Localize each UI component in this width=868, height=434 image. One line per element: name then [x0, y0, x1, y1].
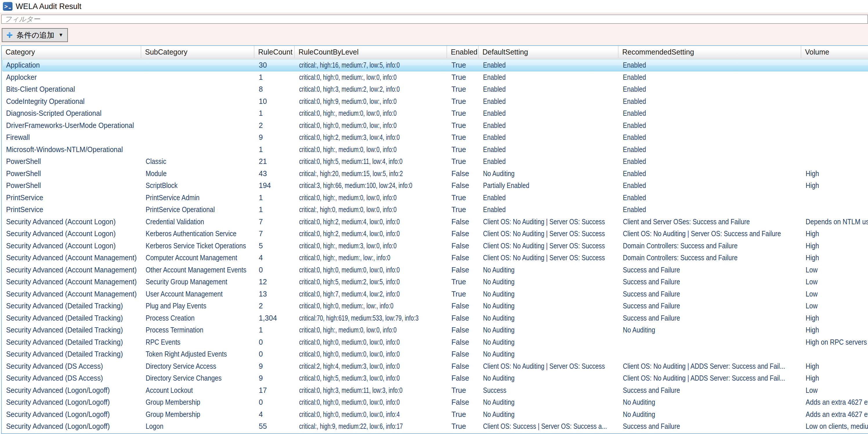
cell-enabled: True — [447, 131, 479, 144]
table-row[interactable]: PowerShellScriptBlock194critical:3, high… — [2, 180, 868, 192]
cell-subcategory: Security Group Management — [142, 276, 255, 288]
cell-rulecountbylevel: critical:0, high:3, medium:2, low:2, inf… — [295, 83, 447, 95]
table-row[interactable]: Security Advanced (Account Management)Ot… — [2, 264, 868, 276]
cell-rulecountbylevel: critical:0, high:2, medium:4, low:0, inf… — [295, 228, 447, 240]
table-row[interactable]: Diagnosis-Scripted Operational1critical:… — [2, 107, 868, 120]
cell-rulecount: 9 — [255, 131, 295, 144]
cell-enabled: True — [447, 155, 479, 168]
column-header-enabled[interactable]: Enabled — [447, 46, 479, 59]
cell-defaultsetting: No Auditing — [479, 336, 619, 348]
table-row[interactable]: Security Advanced (Account Logon)Kerbero… — [2, 228, 868, 240]
column-header-volume[interactable]: Volume — [801, 46, 868, 59]
cell-rulecountbylevel: critical:0, high:0, medium:0, low:0, inf… — [295, 348, 447, 360]
add-condition-button[interactable]: 条件の追加 ▼ — [2, 28, 68, 42]
cell-volume: Low — [802, 300, 868, 312]
cell-defaultsetting: No Auditing — [479, 408, 619, 421]
chevron-down-icon: ▼ — [59, 32, 64, 38]
cell-rulecountbylevel: critical:0, high:0, medium:0, low:, info… — [295, 120, 447, 132]
column-header-rulecountbylevel[interactable]: RuleCountByLevel — [295, 46, 447, 59]
cell-rulecount: 30 — [255, 59, 295, 71]
table-row[interactable]: Security Advanced (DS Access)Directory S… — [2, 360, 868, 372]
cell-subcategory: Process Termination — [142, 324, 255, 336]
column-header-defaultsetting[interactable]: DefaultSetting — [479, 46, 619, 59]
cell-category: PowerShell — [2, 155, 142, 168]
column-header-label: SubCategory — [145, 48, 187, 56]
plus-icon — [6, 31, 13, 39]
cell-volume: High — [802, 240, 868, 252]
column-header-subcategory[interactable]: SubCategory — [141, 46, 254, 59]
table-row[interactable]: Security Advanced (Logon/Logoff)Group Me… — [2, 396, 868, 408]
cell-subcategory: Classic — [142, 155, 255, 168]
cell-defaultsetting: No Auditing — [479, 168, 619, 180]
cell-rulecount: 1 — [255, 324, 295, 336]
cell-rulecount: 4 — [255, 408, 295, 421]
cell-category: Security Advanced (Detailed Tracking) — [2, 312, 142, 324]
cell-recommendedsetting: Enabled — [619, 59, 802, 71]
table-row[interactable]: Application30critical:, high:16, medium:… — [2, 59, 868, 71]
column-header-label: RuleCount — [258, 48, 292, 56]
table-row[interactable]: Security Advanced (Account Management)Us… — [2, 288, 868, 300]
table-row[interactable]: Security Advanced (Account Management)Se… — [2, 276, 868, 288]
cell-enabled: True — [447, 59, 479, 71]
table-row[interactable]: Security Advanced (Detailed Tracking)Plu… — [2, 300, 868, 312]
table-row[interactable]: Security Advanced (Account Logon)Credent… — [2, 216, 868, 228]
cell-recommendedsetting: Client OS: No Auditing | Server OS: Succ… — [619, 228, 802, 240]
cell-rulecountbylevel: critical:0, high:, medium:0, low:0, info… — [295, 144, 447, 156]
cell-volume — [802, 155, 868, 168]
cell-volume: Depends on NTLM us — [802, 216, 868, 228]
column-header-label: Volume — [805, 48, 829, 56]
cell-subcategory: Credential Validation — [142, 216, 255, 228]
table-row[interactable]: Security Advanced (Detailed Tracking)Tok… — [2, 348, 868, 360]
cell-category: Security Advanced (Detailed Tracking) — [2, 300, 142, 312]
table-row[interactable]: Security Advanced (Detailed Tracking)RPC… — [2, 336, 868, 348]
cell-rulecountbylevel: critical:, high:9, medium:22, low:6, inf… — [295, 421, 447, 433]
table-row[interactable]: DriverFrameworks-UserMode Operational2cr… — [2, 120, 868, 132]
cell-rulecountbylevel: critical:0, high:5, medium:2, low:5, inf… — [295, 276, 447, 288]
cell-volume: High — [802, 324, 868, 336]
table-row[interactable]: Security Advanced (Logon/Logoff)Group Me… — [2, 408, 868, 421]
cell-subcategory — [142, 71, 255, 84]
cell-enabled: True — [447, 408, 479, 421]
table-row[interactable]: Security Advanced (Account Logon)Kerbero… — [2, 240, 868, 252]
table-row[interactable]: PrintServicePrintService Operational1cri… — [2, 204, 868, 216]
cell-enabled: False — [447, 372, 479, 384]
cell-enabled: True — [447, 384, 479, 397]
table-row[interactable]: Microsoft-Windows-NTLM/Operational1criti… — [2, 144, 868, 156]
column-header-category[interactable]: Category — [2, 46, 141, 59]
cell-recommendedsetting: Enabled — [619, 144, 802, 156]
cell-subcategory: User Account Management — [142, 288, 255, 300]
table-row[interactable]: Firewall9critical:0, high:2, medium:3, l… — [2, 131, 868, 144]
cell-category: PrintService — [2, 192, 142, 204]
column-header-recommendedsetting[interactable]: RecommendedSetting — [619, 46, 801, 59]
table-row[interactable]: Security Advanced (Account Management)Co… — [2, 252, 868, 264]
cell-defaultsetting: Enabled — [479, 71, 619, 84]
table-row[interactable]: Security Advanced (Detailed Tracking)Pro… — [2, 324, 868, 336]
cell-recommendedsetting: Success and Failure — [619, 300, 802, 312]
table-row[interactable]: Security Advanced (DS Access)Directory S… — [2, 372, 868, 384]
table-row[interactable]: Security Advanced (Detailed Tracking)Pro… — [2, 312, 868, 324]
cell-recommendedsetting: Client and Server OSes: Success and Fail… — [619, 216, 802, 228]
cell-rulecountbylevel: critical:0, high:7, medium:4, low:2, inf… — [295, 288, 447, 300]
table-row[interactable]: Bits-Client Operational8critical:0, high… — [2, 83, 868, 95]
cell-volume: Adds an extra 4627 ev — [802, 408, 868, 421]
table-row[interactable]: CodeIntegrity Operational10critical:0, h… — [2, 95, 868, 107]
cell-enabled: True — [447, 71, 479, 84]
filter-input[interactable] — [1, 14, 868, 24]
cell-defaultsetting: No Auditing — [479, 396, 619, 408]
table-row[interactable]: Security Advanced (Logon/Logoff)Account … — [2, 384, 868, 397]
cell-rulecount: 2 — [255, 300, 295, 312]
cell-recommendedsetting: No Auditing — [619, 324, 802, 336]
table-row[interactable]: PowerShellModule43critical:, high:20, me… — [2, 168, 868, 180]
cell-defaultsetting: Partially Enabled — [479, 180, 619, 192]
table-row[interactable]: PowerShellClassic21critical:0, high:5, m… — [2, 155, 868, 168]
cell-category: PowerShell — [2, 180, 142, 192]
cell-category: Firewall — [2, 131, 142, 144]
cell-volume — [802, 95, 868, 107]
table-row[interactable]: Security Advanced (Logon/Logoff)Logon55c… — [2, 421, 868, 433]
table-row[interactable]: Applocker1critical:0, high:0, medium:, l… — [2, 71, 868, 84]
cell-recommendedsetting: Success and Failure — [619, 421, 802, 433]
column-header-rulecount[interactable]: RuleCount — [254, 46, 295, 59]
table-row[interactable]: PrintServicePrintService Admin1critical:… — [2, 192, 868, 204]
cell-subcategory — [142, 107, 255, 120]
cell-category: Security Advanced (Logon/Logoff) — [2, 384, 142, 397]
